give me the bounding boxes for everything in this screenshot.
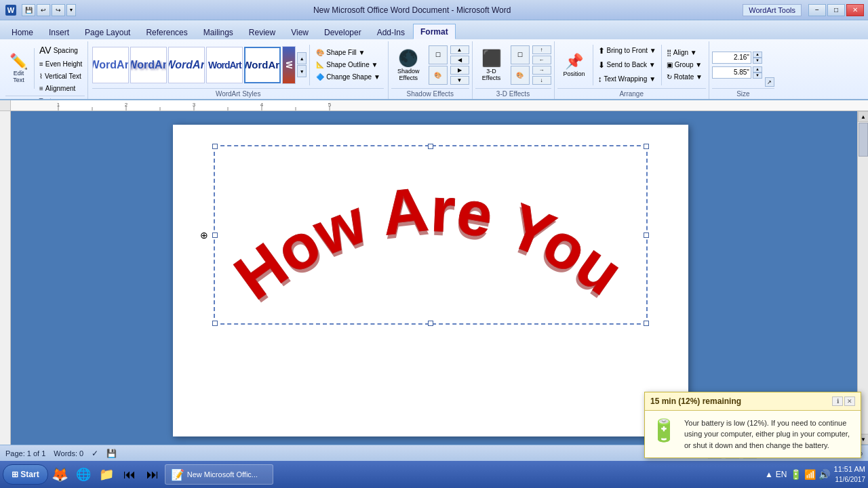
close-btn[interactable]: ✕ [846,4,864,16]
height-down-btn[interactable]: ▼ [753,58,762,64]
edit-text-btn[interactable]: ✏️ Edit Text [5,51,32,87]
shadow-effects-group: 🌑 Shadow Effects ☐ 🎨 ▲ ◀ ▶ ▼ Shadow Effe… [389,41,473,99]
position-btn[interactable]: 📌 Position [557,49,591,81]
vertical-text-btn[interactable]: ⌇ Vertical Text [37,70,85,82]
width-input[interactable] [712,66,751,79]
tilt-up-btn[interactable]: ↑ [532,45,551,54]
tray-lang-icon[interactable]: EN [776,470,787,479]
tilt-down-btn[interactable]: ↓ [532,76,551,85]
taskbar-media-icon[interactable]: ⏮ [119,464,140,485]
size-expand-btn[interactable]: ↗ [765,77,774,87]
taskbar-prev-icon[interactable]: ⏭ [142,464,163,485]
alignment-btn[interactable]: ≡ Alignment [37,83,85,94]
redo-btn[interactable]: ↪ [52,4,65,16]
taskbar-word-btn[interactable]: 📝 New Microsoft Offic... [165,464,273,485]
window-controls: − □ ✕ [808,4,864,16]
height-input[interactable] [712,52,751,64]
tab-references[interactable]: References [138,24,195,39]
scroll-up-btn[interactable]: ▲ [858,111,868,122]
wordart-scroll-down[interactable]: ▼ [297,65,307,77]
tab-format[interactable]: Format [413,24,456,39]
rotate-btn[interactable]: ↻Rotate ▼ [663,71,706,83]
svg-text:How Are You?: How Are You? [215,146,635,312]
wordart-style-3[interactable]: WordArt [168,47,205,83]
shadow-effects-btn[interactable]: 🌑 Shadow Effects [391,45,426,85]
battery-notif-message: Your battery is low (12%). If you need t… [684,418,855,451]
threed-on-off-btn[interactable]: ☐ [511,45,530,64]
tray-network-icon[interactable]: 📶 [804,469,816,480]
shadow-down-btn[interactable]: ▼ [450,76,469,85]
tilt-left-btn[interactable]: ← [532,56,551,64]
shadow-color-btn[interactable]: 🎨 [429,66,448,85]
shadow-effects-label: Shadow Effects [391,88,469,99]
notif-info-btn[interactable]: ℹ [832,396,843,406]
threed-effects-btn[interactable]: ⬛ 3-D Effects [475,45,508,85]
handle-bot-right[interactable] [644,321,649,326]
align-btn[interactable]: ⣿Align ▼ [663,47,706,58]
shadow-on-off-btn[interactable]: ☐ [429,45,448,64]
wordart-style-1[interactable]: WordArt [92,47,129,83]
undo-btn[interactable]: ↩ [37,4,50,16]
change-shape-btn[interactable]: 🔷Change Shape ▼ [313,71,384,83]
tab-review[interactable]: Review [241,24,283,39]
tray-battery-icon[interactable]: 🔋 [790,469,802,480]
tab-mailings[interactable]: Mailings [196,24,241,39]
text-group: ✏️ Edit Text AV Spacing ≡ Even Height ⌇ … [3,41,88,99]
battery-icon-large: 🔋 [650,418,677,443]
save-btn[interactable]: 💾 [22,4,35,16]
maximize-btn[interactable]: □ [827,4,845,16]
handle-mid-right[interactable] [644,232,649,238]
handle-top-right[interactable] [644,144,649,149]
wordart-scroll-up[interactable]: ▲ [297,52,307,64]
clock[interactable]: 11:51 AM 11/6/2017 [834,464,865,484]
handle-bot-left[interactable] [212,321,218,326]
shadow-up-btn[interactable]: ▲ [450,45,469,54]
dropdown-arrow[interactable]: ▼ [66,4,76,16]
threed-color-btn[interactable]: 🎨 [511,66,530,85]
size-group: ▲ ▼ ▲ ▼ ↗ Size [709,41,777,99]
tilt-right-btn[interactable]: → [532,66,551,75]
wordart-container[interactable]: ⊕ How Are You? H [214,145,648,325]
notif-close-btn[interactable]: ✕ [844,396,855,406]
tab-developer[interactable]: Developer [317,24,369,39]
width-up-btn[interactable]: ▲ [753,66,762,73]
tray-up-arrow[interactable]: ▲ [765,470,773,479]
scroll-thumb[interactable] [859,123,868,157]
handle-bot-center[interactable] [428,321,433,326]
start-button[interactable]: ⊞ Start [3,464,48,485]
width-down-btn[interactable]: ▼ [753,73,762,79]
group-btn[interactable]: ▣Group ▼ [663,59,706,70]
taskbar-ie-icon[interactable]: 🌐 [73,464,94,485]
tray-volume-icon[interactable]: 🔊 [818,469,830,480]
tab-view[interactable]: View [283,24,316,39]
check-icon[interactable]: ✓ [92,449,98,458]
height-up-btn[interactable]: ▲ [753,52,762,58]
tab-page-layout[interactable]: Page Layout [77,24,138,39]
tab-insert[interactable]: Insert [41,24,77,39]
handle-mid-left[interactable] [212,232,218,238]
quick-access-toolbar: 💾 ↩ ↪ ▼ [22,4,76,16]
minimize-btn[interactable]: − [808,4,826,16]
disk-icon[interactable]: 💾 [106,449,117,458]
wordart-tools-label: WordArt Tools [743,4,802,16]
spacing-btn[interactable]: AV Spacing [37,43,85,58]
taskbar-firefox-icon[interactable]: 🦊 [50,464,71,485]
shape-outline-btn[interactable]: 📐Shape Outline ▼ [313,59,384,70]
tab-add-ins[interactable]: Add-Ins [370,24,412,39]
shadow-left-btn[interactable]: ◀ [450,56,469,64]
shadow-right-btn[interactable]: ▶ [450,66,469,75]
handle-top-center[interactable] [428,144,433,149]
tab-home[interactable]: Home [4,24,41,39]
taskbar-folder-icon[interactable]: 📁 [96,464,117,485]
even-height-btn[interactable]: ≡ Even Height [37,58,85,70]
send-to-back-btn[interactable]: ⬇Send to Back ▼ [595,58,660,72]
text-wrapping-btn[interactable]: ↕Text Wrapping ▼ [595,73,660,86]
wordart-style-4[interactable]: WordArt [206,47,243,83]
wordart-style-2[interactable]: WordArt [130,47,167,83]
document-page: ⊕ How Are You? H [173,125,688,436]
bring-to-front-btn[interactable]: ⬆Bring to Front ▼ [595,44,660,58]
handle-top-left[interactable] [212,144,218,149]
wordart-style-5[interactable]: WordArt [244,47,281,83]
shape-fill-btn[interactable]: 🎨Shape Fill ▼ [313,47,384,58]
svg-text:2: 2 [125,102,128,108]
